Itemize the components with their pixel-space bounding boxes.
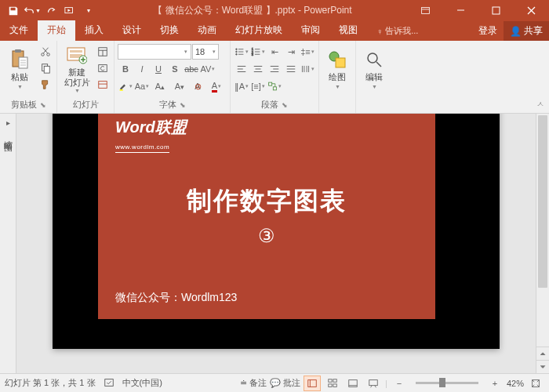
notes-button[interactable]: ≐ 备注 [240, 377, 267, 389]
slide-counter[interactable]: 幻灯片 第 1 张，共 1 张 [5, 377, 96, 389]
layout-icon[interactable] [95, 44, 111, 60]
tab-file[interactable]: 文件 [0, 20, 38, 41]
comments-button[interactable]: 💬 批注 [270, 377, 300, 389]
align-right-button[interactable] [267, 61, 282, 77]
smartart-button[interactable]: ▾ [267, 78, 282, 94]
qat-customize-icon[interactable]: ▾ [80, 2, 97, 20]
tab-insert[interactable]: 插入 [75, 20, 113, 41]
italic-button[interactable]: I [134, 61, 150, 77]
normal-view-icon[interactable] [304, 376, 321, 391]
ribbon-options-icon[interactable] [408, 0, 443, 21]
font-group: ▾ 18▾ B I U S abc AV▾ ▾ Aa▾ A▴ A▾ A⊘ [115, 41, 231, 113]
change-case-button[interactable]: Aa▾ [134, 78, 150, 94]
font-color-button[interactable]: A▾ [206, 78, 227, 94]
font-size-selector[interactable]: 18▾ [192, 44, 219, 60]
svg-text:3: 3 [252, 53, 254, 56]
paragraph-group: ▾ 123▾ ⇤ ⇥ ‡≡▾ ▾ ‖A▾ [≡]▾ ▾ [231, 41, 319, 113]
slide-content: Word联盟 www.wordlm.com 制作数字图表 ③ 微信公众号：Wor… [98, 114, 435, 319]
close-icon[interactable] [514, 0, 549, 21]
tell-me[interactable]: ♀告诉我... [367, 22, 427, 41]
shrink-font-button[interactable]: A▾ [170, 78, 189, 94]
character-spacing-button[interactable]: AV▾ [200, 61, 216, 77]
minimize-icon[interactable] [443, 0, 478, 21]
new-slide-button[interactable]: 新建 幻灯片▼ [60, 42, 93, 96]
svg-rect-0 [65, 7, 73, 13]
bold-button[interactable]: B [118, 61, 133, 77]
columns-button[interactable]: ▾ [300, 61, 315, 77]
copy-icon[interactable] [38, 60, 53, 76]
strikethrough-button[interactable]: abc [184, 61, 199, 77]
scroll-thumb[interactable] [538, 115, 547, 288]
expand-thumbnails-icon[interactable]: ▸ [6, 118, 10, 127]
editing-group: 编辑▼ . [356, 41, 392, 113]
align-center-button[interactable] [250, 61, 266, 77]
tab-home[interactable]: 开始 [38, 20, 75, 41]
fit-to-window-icon[interactable] [527, 376, 544, 391]
justify-button[interactable] [283, 61, 299, 77]
slide-footer-text: 微信公众号：Wordlm123 [115, 291, 237, 305]
maximize-icon[interactable] [478, 0, 514, 21]
editing-button[interactable]: 编辑▼ [359, 42, 389, 96]
svg-line-74 [375, 385, 376, 387]
line-spacing-button[interactable]: ‡≡▾ [300, 44, 315, 60]
font-name-selector[interactable]: ▾ [118, 44, 191, 60]
login-button[interactable]: 登录 [472, 21, 504, 41]
drawing-button[interactable]: 绘图▼ [322, 42, 352, 96]
spellcheck-icon[interactable] [104, 377, 115, 390]
svg-point-29 [236, 49, 238, 50]
svg-line-5 [528, 7, 535, 14]
save-icon[interactable] [5, 2, 22, 20]
tab-review[interactable]: 审阅 [292, 20, 329, 41]
share-button[interactable]: 👤共享 [504, 21, 549, 41]
svg-line-73 [371, 385, 373, 387]
zoom-slider-handle[interactable] [439, 378, 445, 387]
reading-view-icon[interactable] [344, 376, 362, 391]
paragraph-launcher-icon[interactable]: ⬊ [282, 101, 288, 109]
collapse-ribbon-icon[interactable]: ㅅ [535, 97, 546, 111]
font-launcher-icon[interactable]: ⬊ [180, 101, 186, 109]
format-painter-icon[interactable] [38, 77, 53, 93]
text-direction-button[interactable]: ‖A▾ [234, 78, 249, 94]
svg-rect-60 [336, 58, 345, 67]
cut-icon[interactable] [38, 44, 53, 60]
prev-slide-icon[interactable]: ⏶ [536, 347, 549, 360]
tab-animations[interactable]: 动画 [188, 20, 226, 41]
bullets-button[interactable]: ▾ [234, 44, 249, 60]
svg-rect-64 [308, 379, 317, 387]
language-indicator[interactable]: 中文(中国) [122, 377, 162, 389]
zoom-slider[interactable] [416, 382, 478, 384]
undo-icon[interactable]: ▼ [24, 2, 41, 20]
underline-button[interactable]: U [151, 61, 166, 77]
redo-icon[interactable] [42, 2, 60, 20]
tab-design[interactable]: 设计 [113, 20, 151, 41]
increase-indent-button[interactable]: ⇥ [283, 44, 299, 60]
grow-font-button[interactable]: A▴ [151, 78, 169, 94]
decrease-indent-button[interactable]: ⇤ [267, 44, 282, 60]
section-icon[interactable] [95, 77, 111, 93]
start-from-beginning-icon[interactable] [61, 2, 78, 20]
svg-line-62 [376, 62, 381, 67]
zoom-out-button[interactable]: − [391, 376, 408, 391]
zoom-level[interactable]: 42% [507, 379, 524, 388]
slide-canvas[interactable]: Word联盟 www.wordlm.com 制作数字图表 ③ 微信公众号：Wor… [16, 114, 536, 373]
shadow-button[interactable]: S [167, 61, 183, 77]
align-text-button[interactable]: [≡]▾ [250, 78, 266, 94]
clipboard-launcher-icon[interactable]: ⬊ [40, 101, 46, 109]
reset-icon[interactable] [95, 60, 111, 76]
highlight-button[interactable]: ▾ [118, 78, 133, 94]
clear-formatting-button[interactable]: A⊘ [190, 78, 205, 94]
zoom-in-button[interactable]: + [486, 376, 504, 391]
align-left-button[interactable] [234, 61, 249, 77]
vertical-scrollbar[interactable]: ⏶ ⏷ [536, 114, 549, 373]
slide[interactable]: Word联盟 www.wordlm.com 制作数字图表 ③ 微信公众号：Wor… [53, 114, 500, 349]
numbering-button[interactable]: 123▾ [250, 44, 266, 60]
sorter-view-icon[interactable] [324, 376, 341, 391]
tab-transitions[interactable]: 切换 [151, 20, 188, 41]
font-label: 字体 [159, 99, 176, 111]
paste-button[interactable]: 粘贴▼ [3, 42, 36, 96]
tab-view[interactable]: 视图 [329, 20, 367, 41]
ribbon: 粘贴▼ 剪贴板⬊ 新建 幻灯片▼ 幻灯片 [0, 41, 549, 114]
slideshow-view-icon[interactable] [365, 376, 382, 391]
tab-slideshow[interactable]: 幻灯片放映 [226, 20, 292, 41]
next-slide-icon[interactable]: ⏷ [536, 360, 549, 373]
